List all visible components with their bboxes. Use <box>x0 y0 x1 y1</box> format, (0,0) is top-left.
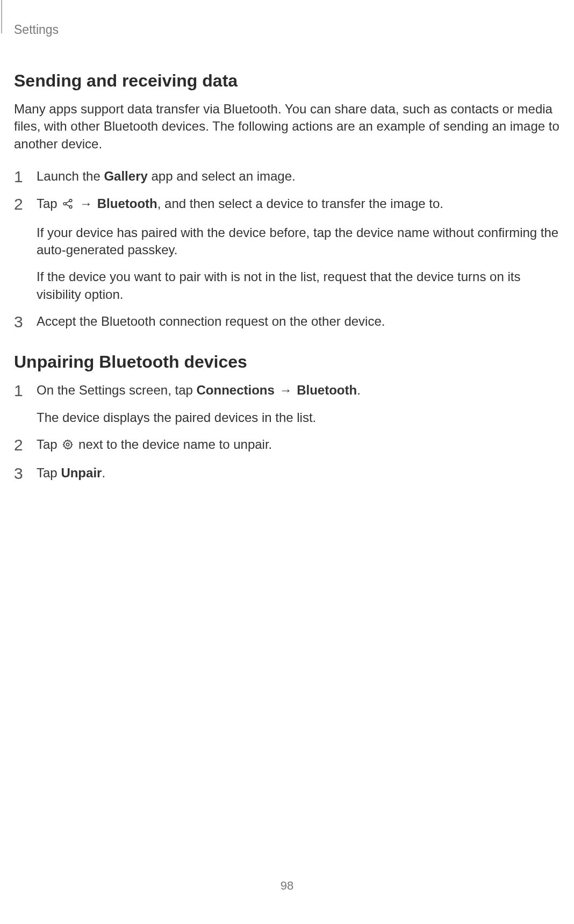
step-number: 1 <box>14 168 37 185</box>
step-body: Tap next to the device name to unpair. <box>37 436 560 455</box>
step-body: On the Settings screen, tap Connections … <box>37 382 560 426</box>
step-item: 3 Accept the Bluetooth connection reques… <box>14 313 560 331</box>
header-section-label: Settings <box>14 23 59 37</box>
svg-line-4 <box>66 204 70 206</box>
step-text-bold: Unpair <box>61 465 102 480</box>
step-body: Accept the Bluetooth connection request … <box>37 313 560 330</box>
step-text: Tap <box>37 437 61 452</box>
section-title-sending: Sending and receiving data <box>14 71 560 91</box>
step-number: 2 <box>14 436 37 454</box>
step-text: Accept the Bluetooth connection request … <box>37 313 560 330</box>
step-number: 1 <box>14 382 37 399</box>
step-number: 2 <box>14 195 37 213</box>
page-number: 98 <box>0 879 574 893</box>
step-text-bold: Connections <box>197 383 275 397</box>
step-text: Tap <box>37 196 61 211</box>
step-item: 1 On the Settings screen, tap Connection… <box>14 382 560 426</box>
step-item: 2 Tap next to the device name to unpair. <box>14 436 560 455</box>
step-text: app and select an image. <box>148 169 296 183</box>
intro-paragraph: Many apps support data transfer via Blue… <box>14 101 560 153</box>
step-text: . <box>357 383 361 397</box>
step-item: 3 Tap Unpair. <box>14 464 560 482</box>
step-body: Tap Unpair. <box>37 464 560 482</box>
section-title-unpairing: Unpairing Bluetooth devices <box>14 352 560 372</box>
svg-point-2 <box>69 206 72 209</box>
gear-icon <box>62 438 74 455</box>
step-item: 1 Launch the Gallery app and select an i… <box>14 168 560 185</box>
step-text-bold: Bluetooth <box>297 383 357 397</box>
step-text-bold: Gallery <box>104 169 147 183</box>
step-text: The device displays the paired devices i… <box>37 409 560 426</box>
page-edge-rule <box>1 0 2 33</box>
step-text: If your device has paired with the devic… <box>37 224 560 259</box>
svg-line-3 <box>66 201 70 203</box>
step-text: Launch the <box>37 169 104 183</box>
step-body: Tap → Bluetooth, and then select a devic… <box>37 195 560 303</box>
step-number: 3 <box>14 464 37 482</box>
steps-unpairing: 1 On the Settings screen, tap Connection… <box>14 382 560 482</box>
step-text: On the Settings screen, tap <box>37 383 197 397</box>
svg-point-5 <box>67 443 70 446</box>
step-text-bold: Bluetooth <box>97 196 157 211</box>
step-text: , and then select a device to transfer t… <box>157 196 443 211</box>
step-body: Launch the Gallery app and select an ima… <box>37 168 560 185</box>
arrow-text: → <box>276 383 296 397</box>
share-icon <box>62 197 74 214</box>
step-text: . <box>102 465 105 480</box>
svg-point-0 <box>63 203 66 205</box>
step-text: Tap <box>37 465 61 480</box>
step-item: 2 Tap → Bluetooth, and then select a dev… <box>14 195 560 303</box>
step-text: If the device you want to pair with is n… <box>37 268 560 303</box>
page-content: Sending and receiving data Many apps sup… <box>0 71 574 482</box>
arrow-text: → <box>76 196 96 211</box>
step-number: 3 <box>14 313 37 331</box>
steps-sending: 1 Launch the Gallery app and select an i… <box>14 168 560 331</box>
svg-point-1 <box>69 199 72 202</box>
step-text: next to the device name to unpair. <box>75 437 272 452</box>
